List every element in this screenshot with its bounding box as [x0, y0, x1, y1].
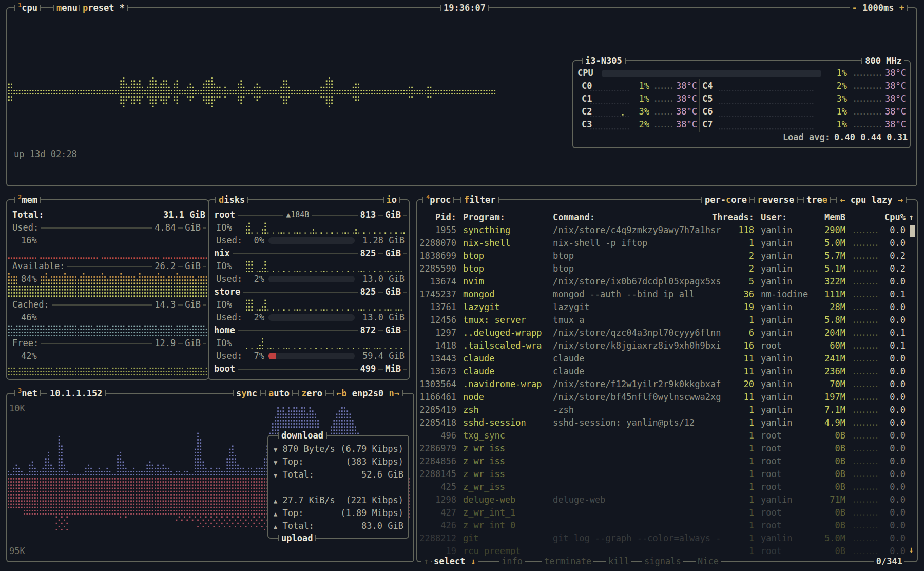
disk-name-row: boot499MiB	[214, 363, 406, 375]
selection-count: 0/341	[874, 555, 904, 568]
interval-decrease[interactable]: -	[852, 2, 857, 14]
interval-increase[interactable]: +	[899, 2, 904, 14]
process-row[interactable]: 2284856z_wr_iss1root0B........0.0	[417, 455, 917, 468]
filter-button[interactable]: filter	[460, 193, 499, 206]
process-row[interactable]: 13673claudeclaude11yanlin236M........0.0	[417, 365, 917, 378]
mem-used-row: Used:4.84GiB	[12, 221, 205, 234]
header-program[interactable]: Program:	[463, 211, 505, 224]
preset-button[interactable]: preset *	[79, 1, 128, 14]
mem-used-graph	[8, 247, 209, 259]
kill-button[interactable]: kill	[606, 555, 631, 568]
process-row[interactable]: 1955syncthing/nix/store/c4q9zmkzy9awy7h7…	[417, 224, 917, 237]
net-ip-address: 10.1.1.152	[47, 387, 106, 400]
cpu-total-meter	[602, 70, 821, 77]
process-row[interactable]: 13761lazygitlazygit19yanlin28M........0.…	[417, 301, 917, 314]
mem-total-row: Total:31.1 GiB	[12, 208, 205, 221]
disk-name-row: store825GiB	[214, 286, 406, 298]
net-auto-toggle[interactable]: auto	[265, 387, 293, 400]
disk-used-row: Used:2%13.0 GiB	[214, 311, 406, 324]
process-row[interactable]: 1303564.navidrome-wrap/nix/store/f12w1yi…	[417, 378, 917, 391]
net-zero-toggle[interactable]: zero	[298, 387, 326, 400]
cpu-total-row: CPU 1% ......... 38°C	[578, 67, 906, 80]
process-row[interactable]: 13443claudeclaude11yanlin241M........0.0	[417, 352, 917, 365]
disk-io-graph	[246, 221, 406, 234]
process-row[interactable]: 2285418sshd-sessionsshd-session: yanlin@…	[417, 416, 917, 429]
sort-next-icon[interactable]: →	[898, 194, 903, 206]
nice-button[interactable]: Nice	[696, 555, 721, 568]
update-interval[interactable]: - 1000ms +	[850, 1, 908, 14]
process-row[interactable]: 1298deluge-webdeluge-web1yanlin71M......…	[417, 493, 917, 506]
process-row[interactable]: 12456tmux: servertmux a1yanlin5.8M......…	[417, 314, 917, 327]
cpu-panel: 1cpu menu preset * 19:36:07 - 1000ms + u…	[6, 7, 917, 186]
download-speed: ▼ 870 Byte/s(6.79 Kibps)	[274, 443, 403, 455]
process-row[interactable]: 427z_wr_int_11root0B........0.0	[417, 506, 917, 519]
mem-cached-graph	[8, 323, 209, 337]
process-row[interactable]: 426z_wr_int_01root0B........0.0	[417, 519, 917, 532]
net-panel: 3net 10.1.1.152 sync auto zero ←b enp2s0…	[6, 393, 414, 562]
net-prev-button[interactable]: ←b	[336, 387, 346, 400]
process-row[interactable]: 1745237mongodmongod --auth --bind_ip_all…	[417, 288, 917, 301]
net-next-button[interactable]: n→	[389, 387, 399, 400]
header-threads[interactable]: Threads:	[674, 211, 754, 224]
upload-total: ▲ Total:83.0 GiB	[274, 520, 403, 532]
process-row[interactable]: 2285590btopbtop2yanlin5.1M........0.2	[417, 262, 917, 275]
select-hint[interactable]: select ↓	[432, 555, 478, 568]
mem-cached-pct: 46%	[17, 311, 41, 324]
mem-cached-row: Cached:14.3GiB	[12, 298, 205, 311]
header-memb[interactable]: MemB	[777, 211, 845, 224]
cpu-frequency: 800 MHz	[861, 54, 904, 67]
upload-top: ▲ Top:(1.89 Mibps)	[274, 507, 403, 520]
proc-scrollbar[interactable]	[910, 225, 915, 237]
cpu-graph	[8, 75, 497, 108]
per-core-toggle[interactable]: per-core	[701, 193, 750, 206]
signals-button[interactable]: signals	[642, 555, 683, 568]
uptime: up 13d 02:28	[14, 148, 77, 161]
core-row: C71%.........38°C	[578, 118, 906, 131]
header-command[interactable]: Command:	[553, 211, 595, 224]
disks-panel-title: disks	[215, 193, 248, 206]
core-column-divider	[699, 79, 700, 132]
process-row[interactable]: 2288145z_wr_iss1root0B........0.0	[417, 468, 917, 481]
process-row[interactable]: 13674nvim/nix/store/ix0b67dcdpl05xpagx5x…	[417, 275, 917, 288]
load-average-row: Load avg:0.40 0.44 0.31	[578, 131, 906, 144]
process-row[interactable]: 1838699btopbtop2yanlin5.7M........0.2	[417, 250, 917, 262]
mem-free-graph	[8, 363, 209, 376]
tree-toggle[interactable]: tree	[803, 193, 831, 206]
disk-name-row: root▲184B813GiB	[214, 208, 406, 221]
process-row[interactable]: 2285419zsh-zsh1yanlin7.1M........0.0	[417, 404, 917, 416]
disk-name-row: home872GiB	[214, 324, 406, 337]
process-row[interactable]: 2288212gitgit log --graph --color=always…	[417, 532, 917, 545]
info-button[interactable]: info	[499, 555, 525, 568]
header-cpu[interactable]: Cpu%	[859, 211, 906, 224]
net-sync-toggle[interactable]: sync	[233, 387, 261, 400]
proc-panel-title: 4proc	[422, 193, 454, 206]
mem-free-row: Free:12.9GiB	[12, 337, 205, 350]
header-pid[interactable]: Pid:	[417, 211, 456, 224]
net-scale-top: 10K	[9, 402, 25, 415]
process-row[interactable]: 1166461node/nix/store/bf45nflf0wylnscwwa…	[417, 391, 917, 404]
process-row[interactable]: 1418.tailscaled-wra/nix/store/k8jgiaxrz8…	[417, 339, 917, 352]
core-row: C53%.........38°C	[578, 92, 906, 105]
net-interface-switcher[interactable]: ←b enp2s0 n→	[333, 387, 403, 400]
process-row[interactable]: 2286979z_wr_iss1root0B........0.0	[417, 442, 917, 455]
terminate-button[interactable]: terminate	[542, 555, 593, 568]
process-row[interactable]: 496txg_sync1root0B........0.0	[417, 429, 917, 442]
scroll-down-icon[interactable]: ↓	[909, 543, 914, 556]
scroll-up-hint[interactable]: ↑	[421, 555, 431, 568]
process-row[interactable]: 425z_wr_iss1root0B........0.0	[417, 481, 917, 493]
disk-io-graph	[246, 337, 406, 350]
sort-prev-icon[interactable]: ←	[840, 194, 845, 206]
process-row[interactable]: 1297..deluged-wrapp/nix/store/qzc04a3npl…	[417, 327, 917, 339]
menu-button[interactable]: menu	[53, 1, 81, 14]
sort-column-switcher[interactable]: ← cpu lazy →	[836, 193, 907, 206]
proc-panel: 4proc filter per-core reverse tree ← cpu…	[416, 199, 918, 562]
download-total: ▼ Total:52.6 GiB	[274, 468, 403, 481]
reverse-toggle[interactable]: reverse	[754, 193, 798, 206]
process-row[interactable]: 2288070nix-shellnix-shell -p iftop1yanli…	[417, 237, 917, 250]
disks-io-toggle[interactable]: io	[383, 193, 401, 206]
disk-io-graph	[246, 260, 406, 273]
disks-panel: disks io root▲184B813GiBIO%Used:0%1.28 G…	[208, 199, 410, 380]
cpu-info-panel: i3-N305 800 MHz CPU 1% ......... 38°C C0…	[572, 60, 911, 148]
disk-name-row: nix825GiB	[214, 247, 406, 260]
core-row: C42%.........38°C	[578, 80, 906, 92]
